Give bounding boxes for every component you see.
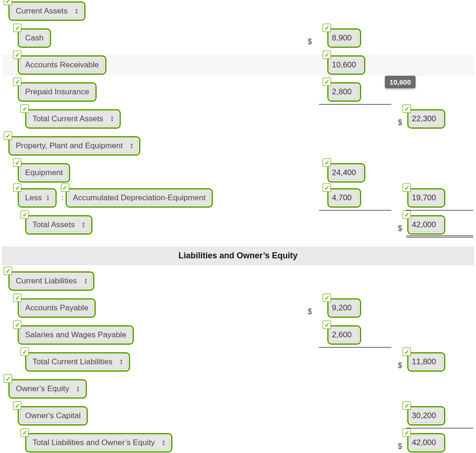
check-icon: ✓ <box>403 210 411 219</box>
dollar-sign: $ <box>398 442 402 451</box>
check-icon: ✓ <box>13 158 21 167</box>
amount-value: 8,900 <box>330 33 358 43</box>
prepaid-insurance-input[interactable]: ✓ Prepaid Insurance <box>18 82 235 102</box>
check-icon: ✓ <box>403 348 411 356</box>
dollar-sign: $ <box>308 308 312 316</box>
current-assets-dropdown[interactable]: ✓ Current Assets ▲▼ <box>8 1 181 21</box>
dollar-sign: $ <box>398 224 402 233</box>
less-dropdown[interactable]: ✓ Less ▲▼ <box>18 188 60 208</box>
dropdown-label: Total Assets <box>28 220 79 230</box>
total-current-assets-amount-input[interactable]: ✓ 22,300 <box>407 109 473 129</box>
input-label: Cash <box>20 33 48 43</box>
swp-amount-input[interactable]: ✓ 2,600 <box>327 325 393 345</box>
input-label: Prepaid Insurance <box>20 87 94 97</box>
total-current-assets-dropdown[interactable]: ✓ Total Current Assets ▲▼ <box>25 109 198 129</box>
amount-value: 11,800 <box>410 357 443 367</box>
input-label: Salaries and Wages Payable <box>20 330 131 340</box>
prepaid-amount-input[interactable]: ✓ 2,800 10,600 <box>327 82 393 102</box>
ap-amount-input[interactable]: ✓ 9,200 <box>327 298 393 318</box>
check-icon: ✓ <box>323 184 331 192</box>
check-icon: ✓ <box>4 0 12 5</box>
dollar-sign: $ <box>398 361 402 370</box>
check-icon: ✓ <box>13 51 21 59</box>
dropdown-label: Current Assets <box>11 7 73 16</box>
capital-amount-input[interactable]: ✓ 30,200 <box>407 406 473 426</box>
owners-equity-dropdown[interactable]: ✓ Owner’s Equity ▲▼ <box>8 379 181 399</box>
total-assets-amount-input[interactable]: ✓ 42,000 <box>407 215 473 235</box>
salaries-wages-payable-input[interactable]: ✓ Salaries and Wages Payable <box>18 325 235 345</box>
check-icon: ✓ <box>323 78 331 86</box>
chevron-updown-icon: ▲▼ <box>108 116 118 122</box>
chevron-updown-icon: ▲▼ <box>73 8 83 14</box>
subtotal-rule <box>406 428 473 428</box>
check-icon: ✓ <box>4 131 12 140</box>
colon: : <box>60 193 66 203</box>
check-icon: ✓ <box>13 321 21 329</box>
chevron-updown-icon: ▲▼ <box>159 440 170 446</box>
input-label: Owner's Capital <box>20 411 85 420</box>
amount-value: 22,300 <box>410 114 443 124</box>
check-icon: ✓ <box>61 184 69 192</box>
chevron-updown-icon: ▲▼ <box>79 222 90 228</box>
accounts-payable-input[interactable]: ✓ Accounts Payable <box>18 298 235 318</box>
check-icon: ✓ <box>13 24 21 32</box>
chevron-updown-icon: ▲▼ <box>74 386 84 392</box>
ppe-net-amount-input[interactable]: ✓ 19,700 <box>407 188 473 208</box>
amount-value: 19,700 <box>410 193 443 203</box>
amount-value: 10,600 <box>330 60 363 70</box>
chevron-updown-icon: ▲▼ <box>127 143 138 149</box>
equipment-amount-input[interactable]: ✓ 24,400 <box>327 163 393 183</box>
dropdown-label: Total Current Assets <box>28 114 108 124</box>
check-icon: ✓ <box>323 158 331 167</box>
total-rule <box>406 236 473 237</box>
subtotal-rule <box>319 347 391 348</box>
check-icon: ✓ <box>20 428 29 437</box>
check-icon: ✓ <box>323 294 331 302</box>
check-icon: ✓ <box>323 51 331 59</box>
amount-value: 4,700 <box>330 193 358 203</box>
dropdown-label: Current Liabilities <box>11 276 81 286</box>
current-liabilities-dropdown[interactable]: ✓ Current Liabilities ▲▼ <box>8 271 181 291</box>
dropdown-label: Total Current Liabilities <box>28 357 117 367</box>
chevron-updown-icon: ▲▼ <box>81 278 92 284</box>
amount-value: 42,000 <box>410 220 443 230</box>
section-header-liabilities: Liabilities and Owner’s Equity <box>2 246 474 265</box>
dropdown-label: Owner’s Equity <box>11 384 74 394</box>
input-label: Accumulated Depreciation-Equipment <box>68 193 210 203</box>
cash-amount-input[interactable]: ✓ 8,900 <box>327 28 393 48</box>
acc-dep-amount-input[interactable]: ✓ 4,700 <box>327 188 393 208</box>
check-icon: ✓ <box>323 321 331 329</box>
check-icon: ✓ <box>20 105 29 113</box>
dollar-sign: $ <box>308 38 312 46</box>
total-current-liab-amount-input[interactable]: ✓ 11,800 <box>407 352 473 372</box>
check-icon: ✓ <box>323 24 331 32</box>
equipment-input[interactable]: ✓ Equipment <box>18 163 235 183</box>
total-liab-oe-amount-input[interactable]: ✓ 42,000 <box>407 433 473 453</box>
subtotal-rule <box>319 104 391 105</box>
accounts-receivable-input[interactable]: ✓ Accounts Receivable <box>18 55 235 75</box>
dropdown-label: Less <box>20 193 44 203</box>
check-icon: ✓ <box>20 348 29 356</box>
balance-sheet: ✓ Current Assets ▲▼ ✓ Cash $ ✓ <box>0 0 476 453</box>
cash-input[interactable]: ✓ Cash <box>18 28 235 48</box>
check-icon: ✓ <box>20 210 29 219</box>
amount-value: 9,200 <box>330 303 358 313</box>
ppe-dropdown[interactable]: ✓ Property, Plant and Equipment ▲▼ <box>8 136 181 156</box>
check-icon: ✓ <box>13 78 21 86</box>
ar-amount-input[interactable]: ✓ 10,600 <box>327 55 393 75</box>
amount-value: 2,800 <box>330 87 358 97</box>
owners-capital-input[interactable]: ✓ Owner's Capital <box>18 406 228 426</box>
check-icon: ✓ <box>403 428 411 437</box>
total-liab-oe-dropdown[interactable]: ✓ Total Liabilities and Owner’s Equity ▲… <box>25 433 198 453</box>
check-icon: ✓ <box>13 294 21 302</box>
total-assets-dropdown[interactable]: ✓ Total Assets ▲▼ <box>25 215 198 235</box>
input-label: Accounts Payable <box>20 303 93 313</box>
amount-value: 24,400 <box>330 168 363 177</box>
input-label: Accounts Receivable <box>20 60 104 70</box>
total-current-liabilities-dropdown[interactable]: ✓ Total Current Liabilities ▲▼ <box>25 352 198 372</box>
dropdown-label: Property, Plant and Equipment <box>11 141 127 151</box>
acc-dep-input[interactable]: ✓ Accumulated Depreciation-Equipment <box>66 188 288 208</box>
check-icon: ✓ <box>403 401 411 410</box>
amount-value: 42,000 <box>410 438 443 447</box>
subtotal-rule <box>406 210 473 210</box>
